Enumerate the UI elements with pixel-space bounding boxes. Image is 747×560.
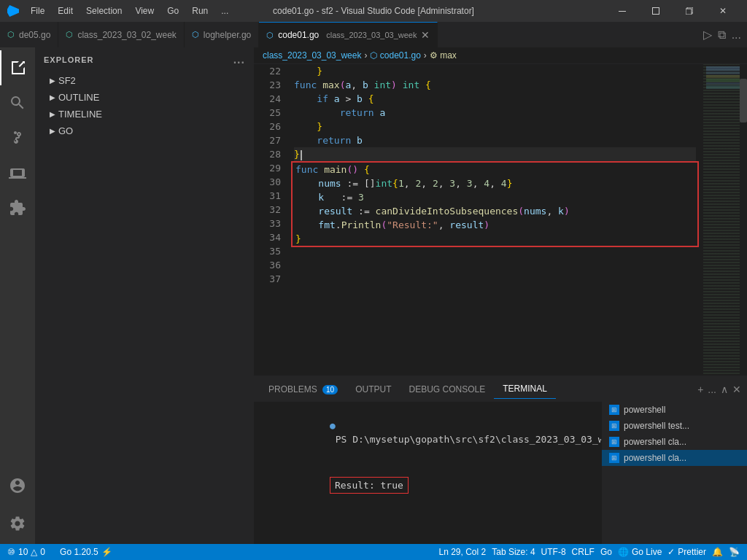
activity-extensions[interactable] xyxy=(0,190,35,225)
status-go-label: Go 1.20.5 xyxy=(60,547,98,557)
terminal-item-4[interactable]: ⊞ powershell cla... xyxy=(602,450,747,466)
panel-tab-output[interactable]: OUTPUT xyxy=(347,380,400,399)
activity-account[interactable] xyxy=(0,468,35,503)
terminal-item-3-icon: ⊞ xyxy=(609,437,619,447)
status-golive[interactable]: 🌐 Go Live xyxy=(615,547,665,557)
line-numbers: 22 23 24 25 26 27 28 29 30 31 32 33 34 3… xyxy=(254,64,287,376)
split-editor-button[interactable]: ⧉ xyxy=(718,28,726,42)
code-editor: 22 23 24 25 26 27 28 29 30 31 32 33 34 3… xyxy=(254,64,747,376)
title-bar-menu: File Edit Selection View Go Run ... xyxy=(25,4,234,18)
title-bar: File Edit Selection View Go Run ... code… xyxy=(0,0,747,22)
sf2-arrow: ▶ xyxy=(50,77,55,85)
sidebar-item-timeline[interactable]: ▶ TIMELINE xyxy=(35,107,254,121)
maximize-button[interactable] xyxy=(639,0,673,22)
code-line-32: nums := []int{1, 2, 2, 3, 3, 4, 4} xyxy=(295,176,694,190)
activity-debug[interactable] xyxy=(0,155,35,190)
menu-edit[interactable]: Edit xyxy=(52,4,79,18)
terminal-prompt-1: PS D:\mysetup\gopath\src\sf2\class_2023_… xyxy=(330,434,601,445)
status-encoding[interactable]: UTF-8 xyxy=(538,547,569,557)
go-label: GO xyxy=(58,125,73,136)
panel: PROBLEMS 10 OUTPUT DEBUG CONSOLE TERMINA… xyxy=(254,376,747,544)
activity-search[interactable] xyxy=(0,85,35,120)
panel-tab-debug[interactable]: DEBUG CONSOLE xyxy=(400,380,495,399)
terminal-list: ⊞ powershell ⊞ powershell test... ⊞ powe… xyxy=(601,402,747,544)
close-button[interactable]: ✕ xyxy=(706,0,740,22)
status-language[interactable]: Go xyxy=(597,547,615,557)
sidebar-item-outline[interactable]: ▶ OUTLINE xyxy=(35,90,254,104)
tab-code01[interactable]: ⬡ code01.go class_2023_03_03_week ✕ xyxy=(259,22,438,47)
panel-more-button[interactable]: ... xyxy=(708,384,716,395)
breadcrumb-file: ⬡ code01.go xyxy=(370,50,420,61)
status-errors[interactable]: ⑩ 10 △ 0 xyxy=(4,547,48,557)
minimize-button[interactable] xyxy=(605,0,639,22)
tab-loghelper[interactable]: ⬡ loghelper.go xyxy=(185,22,259,47)
status-eol[interactable]: CRLF xyxy=(569,547,597,557)
sidebar-section-outline: ▶ OUTLINE xyxy=(35,89,254,106)
status-warning-icon: △ xyxy=(31,547,37,557)
terminal-item-2[interactable]: ⊞ powershell test... xyxy=(602,418,747,434)
code-line-29: } xyxy=(294,147,696,161)
code-line-35: result := canDivideIntoSubsequences(nums… xyxy=(295,204,694,218)
problems-badge: 10 xyxy=(322,385,338,394)
run-button[interactable]: ▷ xyxy=(703,28,712,42)
terminal-line-1: ● PS D:\mysetup\gopath\src\sf2\class_202… xyxy=(261,405,594,460)
terminal-item-3[interactable]: ⊞ powershell cla... xyxy=(602,434,747,450)
terminal-item-1[interactable]: ⊞ powershell xyxy=(602,402,747,418)
menu-more[interactable]: ... xyxy=(215,4,234,18)
terminal-line-result: Result: true xyxy=(261,462,594,509)
panel-tab-problems[interactable]: PROBLEMS 10 xyxy=(260,380,347,399)
status-eol-label: CRLF xyxy=(572,547,595,557)
terminal-item-2-icon: ⊞ xyxy=(609,421,619,431)
terminal-item-4-label: powershell cla... xyxy=(624,453,686,463)
panel-tab-terminal[interactable]: TERMINAL xyxy=(494,379,556,399)
menu-run[interactable]: Run xyxy=(186,4,214,18)
vscode-icon xyxy=(7,5,19,17)
panel-maximize-button[interactable]: ∧ xyxy=(721,384,728,395)
tab-class-week2[interactable]: ⬡ class_2023_03_02_week xyxy=(58,22,184,47)
status-tab-size[interactable]: Tab Size: 4 xyxy=(489,547,538,557)
status-prettier[interactable]: ✓ Prettier xyxy=(665,547,709,557)
terminal-content[interactable]: ● PS D:\mysetup\gopath\src\sf2\class_202… xyxy=(254,402,601,518)
svg-rect-1 xyxy=(653,8,659,15)
menu-view[interactable]: View xyxy=(129,4,160,18)
menu-file[interactable]: File xyxy=(25,4,50,18)
status-go-version[interactable]: Go 1.20.5 ⚡ xyxy=(57,547,115,557)
tab-code01-close[interactable]: ✕ xyxy=(421,29,430,41)
status-notifications[interactable]: 🔔 xyxy=(709,547,726,557)
status-error-count: 10 xyxy=(18,547,28,557)
outline-arrow: ▶ xyxy=(50,93,55,101)
tab-de05-label: de05.go xyxy=(19,30,50,40)
status-go-icon: ⚡ xyxy=(101,547,112,557)
status-cursor-pos[interactable]: Ln 29, Col 2 xyxy=(436,547,489,557)
sidebar-item-sf2[interactable]: ▶ SF2 xyxy=(35,74,254,88)
activity-settings[interactable] xyxy=(0,506,35,541)
editor-area: class_2023_03_03_week › ⬡ code01.go › ⚙ … xyxy=(254,47,747,544)
tab-bar: ⬡ de05.go ⬡ class_2023_03_02_week ⬡ logh… xyxy=(0,22,747,47)
main-func-highlight: func main() { nums := []int{1, 2, 2, 3, … xyxy=(291,161,699,247)
new-terminal-button[interactable]: + xyxy=(697,384,703,395)
outline-label: OUTLINE xyxy=(58,92,99,103)
status-broadcast[interactable]: 📡 xyxy=(726,547,743,557)
code-line-24: func max(a, b int) int { xyxy=(294,78,696,92)
activity-scm[interactable] xyxy=(0,120,35,155)
sidebar-more-button[interactable]: ... xyxy=(233,53,245,66)
activity-explorer[interactable] xyxy=(0,50,35,85)
code-line-37: } xyxy=(295,232,694,246)
tab-code01-label: code01.go xyxy=(278,30,319,40)
status-ln-col: Ln 29, Col 2 xyxy=(439,547,487,557)
panel-close-button[interactable]: ✕ xyxy=(732,384,741,395)
code-line-27: } xyxy=(294,120,696,133)
tab-loghelper-label: loghelper.go xyxy=(204,30,251,40)
menu-go[interactable]: Go xyxy=(161,4,185,18)
breadcrumb-symbol: ⚙ max xyxy=(430,50,457,61)
code-content[interactable]: } func max(a, b int) int { if a > b { re… xyxy=(287,64,703,376)
menu-selection[interactable]: Selection xyxy=(80,4,128,18)
terminal-dot: ● xyxy=(330,420,336,431)
status-bar: ⑩ 10 △ 0 Go 1.20.5 ⚡ Ln 29, Col 2 Tab Si… xyxy=(0,544,747,560)
breadcrumb-sep2: › xyxy=(424,50,427,61)
tab-de05[interactable]: ⬡ de05.go xyxy=(0,22,58,47)
sidebar-item-go[interactable]: ▶ GO xyxy=(35,124,254,138)
status-lang-label: Go xyxy=(600,547,612,557)
restore-button[interactable] xyxy=(673,0,706,22)
more-actions-button[interactable]: ... xyxy=(732,28,741,42)
